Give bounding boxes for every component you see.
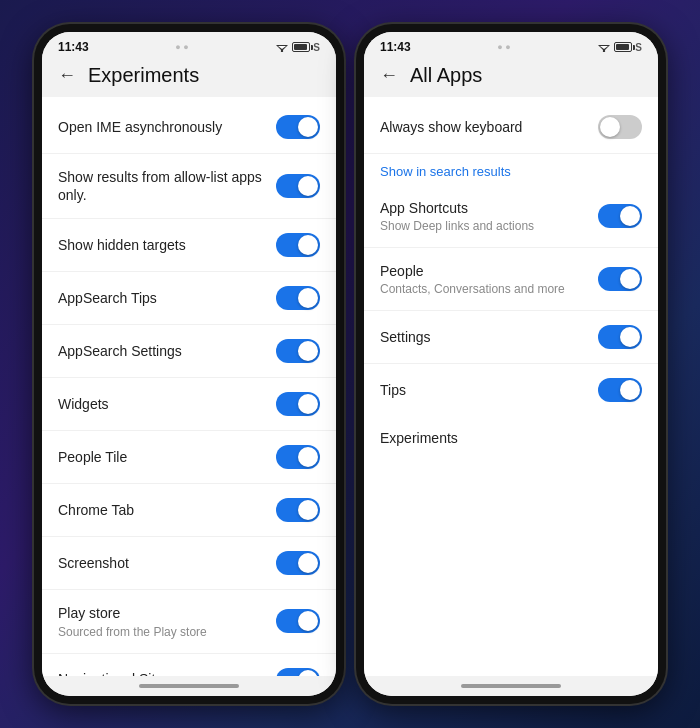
back-button-2[interactable]: ← — [380, 65, 398, 86]
always-show-keyboard-text: Always show keyboard — [380, 118, 598, 136]
toggle-show-hidden[interactable] — [276, 233, 320, 257]
setting-row-navigational-site: Navigational Site — [42, 654, 336, 676]
status-icons-2: S — [597, 42, 642, 53]
setting-text-widgets: Widgets — [58, 395, 276, 413]
home-bar-1 — [139, 684, 239, 688]
setting-text-open-ime: Open IME asynchronously — [58, 118, 276, 136]
toggle-open-ime[interactable] — [276, 115, 320, 139]
always-show-keyboard-label: Always show keyboard — [380, 118, 586, 136]
setting-label-screenshot: Screenshot — [58, 554, 264, 572]
setting-text-app-shortcuts: App ShortcutsShow Deep links and actions — [380, 199, 598, 233]
phone-screen-2: 11:43 ● ● S ← All Apps Always show keybo… — [364, 32, 658, 696]
setting-row-appsearch-settings: AppSearch Settings — [42, 325, 336, 378]
home-indicator-1 — [42, 676, 336, 696]
top-bar-1: ← Experiments — [42, 58, 336, 97]
content-area-1: Open IME asynchronouslyShow results from… — [42, 97, 336, 676]
status-bar-2: 11:43 ● ● S — [364, 32, 658, 58]
experiments-label: Experiments — [380, 430, 642, 446]
wifi-icon — [275, 42, 289, 52]
setting-sublabel-app-shortcuts: Show Deep links and actions — [380, 219, 586, 233]
top-bar-2: ← All Apps — [364, 58, 658, 97]
setting-text-show-results: Show results from allow-list apps only. — [58, 168, 276, 204]
setting-label-widgets: Widgets — [58, 395, 264, 413]
setting-row-settings-item: Settings — [364, 311, 658, 364]
settings-list-1: Open IME asynchronouslyShow results from… — [42, 101, 336, 676]
setting-text-appsearch-settings: AppSearch Settings — [58, 342, 276, 360]
setting-text-appsearch-tips: AppSearch Tips — [58, 289, 276, 307]
setting-label-appsearch-settings: AppSearch Settings — [58, 342, 264, 360]
settings-list-2: App ShortcutsShow Deep links and actions… — [364, 185, 658, 416]
setting-sublabel-people: Contacts, Conversations and more — [380, 282, 586, 296]
setting-text-settings-item: Settings — [380, 328, 598, 346]
setting-label-people: People — [380, 262, 586, 280]
phone-frame-1: 11:43 ● ● S ← Experiments Open IME async… — [34, 24, 344, 704]
notch-1: ● ● — [175, 42, 188, 52]
setting-row-show-hidden: Show hidden targets — [42, 219, 336, 272]
toggle-play-store[interactable] — [276, 609, 320, 633]
setting-label-tips: Tips — [380, 381, 586, 399]
setting-label-app-shortcuts: App Shortcuts — [380, 199, 586, 217]
setting-row-appsearch-tips: AppSearch Tips — [42, 272, 336, 325]
setting-text-chrome-tab: Chrome Tab — [58, 501, 276, 519]
setting-text-people-tile: People Tile — [58, 448, 276, 466]
setting-row-screenshot: Screenshot — [42, 537, 336, 590]
setting-text-show-hidden: Show hidden targets — [58, 236, 276, 254]
toggle-appsearch-tips[interactable] — [276, 286, 320, 310]
setting-label-show-results: Show results from allow-list apps only. — [58, 168, 264, 204]
page-title-2: All Apps — [410, 64, 482, 87]
toggle-people[interactable] — [598, 267, 642, 291]
setting-label-chrome-tab: Chrome Tab — [58, 501, 264, 519]
wifi-icon-2 — [597, 42, 611, 52]
setting-text-screenshot: Screenshot — [58, 554, 276, 572]
always-show-keyboard-toggle[interactable] — [598, 115, 642, 139]
battery-icon-2 — [614, 42, 632, 52]
setting-row-play-store: Play storeSourced from the Play store — [42, 590, 336, 653]
toggle-widgets[interactable] — [276, 392, 320, 416]
setting-row-people-tile: People Tile — [42, 431, 336, 484]
toggle-app-shortcuts[interactable] — [598, 204, 642, 228]
setting-label-play-store: Play store — [58, 604, 264, 622]
toggle-show-results[interactable] — [276, 174, 320, 198]
phone-frame-2: 11:43 ● ● S ← All Apps Always show keybo… — [356, 24, 666, 704]
setting-row-chrome-tab: Chrome Tab — [42, 484, 336, 537]
status-bar-1: 11:43 ● ● S — [42, 32, 336, 58]
setting-text-play-store: Play storeSourced from the Play store — [58, 604, 276, 638]
back-button-1[interactable]: ← — [58, 65, 76, 86]
setting-row-show-results: Show results from allow-list apps only. — [42, 154, 336, 219]
setting-row-widgets: Widgets — [42, 378, 336, 431]
always-show-keyboard-row: Always show keyboard — [364, 101, 658, 154]
toggle-appsearch-settings[interactable] — [276, 339, 320, 363]
sim-icon-1: S — [313, 42, 320, 53]
setting-text-people: PeopleContacts, Conversations and more — [380, 262, 598, 296]
experiments-row: Experiments — [364, 416, 658, 460]
toggle-people-tile[interactable] — [276, 445, 320, 469]
setting-label-settings-item: Settings — [380, 328, 586, 346]
status-time-2: 11:43 — [380, 40, 411, 54]
status-icons-1: S — [275, 42, 320, 53]
toggle-chrome-tab[interactable] — [276, 498, 320, 522]
toggle-settings-item[interactable] — [598, 325, 642, 349]
setting-label-open-ime: Open IME asynchronously — [58, 118, 264, 136]
phone-screen-1: 11:43 ● ● S ← Experiments Open IME async… — [42, 32, 336, 696]
toggle-tips[interactable] — [598, 378, 642, 402]
content-area-2: Always show keyboard Show in search resu… — [364, 97, 658, 676]
show-in-search-section: Show in search results — [364, 154, 658, 185]
toggle-navigational-site[interactable] — [276, 668, 320, 676]
page-title-1: Experiments — [88, 64, 199, 87]
setting-label-people-tile: People Tile — [58, 448, 264, 466]
setting-text-tips: Tips — [380, 381, 598, 399]
setting-row-open-ime: Open IME asynchronously — [42, 101, 336, 154]
setting-row-people: PeopleContacts, Conversations and more — [364, 248, 658, 311]
notch-2: ● ● — [497, 42, 510, 52]
toggle-screenshot[interactable] — [276, 551, 320, 575]
sim-icon-2: S — [635, 42, 642, 53]
status-time-1: 11:43 — [58, 40, 89, 54]
setting-label-appsearch-tips: AppSearch Tips — [58, 289, 264, 307]
setting-sublabel-play-store: Sourced from the Play store — [58, 625, 264, 639]
home-bar-2 — [461, 684, 561, 688]
battery-icon-1 — [292, 42, 310, 52]
setting-row-app-shortcuts: App ShortcutsShow Deep links and actions — [364, 185, 658, 248]
setting-label-show-hidden: Show hidden targets — [58, 236, 264, 254]
setting-row-tips: Tips — [364, 364, 658, 416]
home-indicator-2 — [364, 676, 658, 696]
